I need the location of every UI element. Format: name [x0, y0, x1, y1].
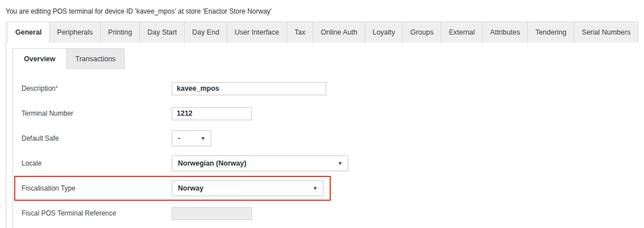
- sub-tab-bar: Overview Transactions: [13, 48, 125, 69]
- tab-external[interactable]: External: [441, 22, 483, 43]
- tab-printing[interactable]: Printing: [101, 22, 140, 43]
- tab-tax[interactable]: Tax: [287, 22, 313, 43]
- fiscal-pos-terminal-reference-label: Fiscal POS Terminal Reference: [22, 209, 172, 217]
- tab-online-auth[interactable]: Online Auth: [313, 22, 365, 43]
- fiscal-pos-terminal-reference-input: [172, 207, 252, 220]
- form-row-description: Description*: [22, 76, 644, 101]
- editing-banner-text: You are editing POS terminal for device …: [6, 7, 272, 15]
- description-label: Description*: [22, 85, 172, 92]
- tab-loyalty[interactable]: Loyalty: [365, 22, 403, 43]
- fiscalisation-highlight-box: Fiscalisation Type Norway ▼: [14, 176, 331, 201]
- editing-banner: You are editing POS terminal for device …: [0, 0, 644, 22]
- form-row-default-safe: Default Safe - ▼: [22, 126, 644, 151]
- form-row-fiscal-pos-terminal-reference: Fiscal POS Terminal Reference: [22, 201, 644, 226]
- chevron-down-icon: ▼: [313, 186, 318, 191]
- default-safe-select[interactable]: - ▼: [172, 130, 211, 146]
- tab-groups[interactable]: Groups: [403, 22, 441, 43]
- tab-user-interface[interactable]: User Interface: [227, 22, 287, 43]
- fiscalisation-type-label: Fiscalisation Type: [22, 184, 172, 192]
- form-row-locale: Locale Norwegian (Norway) ▼: [22, 151, 644, 176]
- default-safe-label: Default Safe: [22, 134, 172, 142]
- description-input[interactable]: [172, 82, 326, 95]
- form-row-fiscalisation-type: Fiscalisation Type Norway ▼: [22, 177, 330, 200]
- locale-label: Locale: [22, 159, 172, 167]
- fiscal-pos-terminal-reference-label-text: Fiscal POS Terminal Reference: [22, 209, 116, 217]
- description-label-text: Description: [22, 85, 56, 92]
- tab-day-end[interactable]: Day End: [185, 22, 227, 43]
- main-tab-bar: General Peripherals Printing Day Start D…: [7, 22, 638, 43]
- terminal-editor-panel: General Peripherals Printing Day Start D…: [6, 22, 644, 228]
- fiscalisation-type-label-text: Fiscalisation Type: [22, 184, 75, 192]
- terminal-number-label-text: Terminal Number: [22, 109, 73, 117]
- terminal-number-input[interactable]: [172, 107, 252, 120]
- locale-label-text: Locale: [22, 159, 41, 167]
- tab-attributes[interactable]: Attributes: [483, 22, 528, 43]
- fiscalisation-type-value: Norway: [178, 184, 203, 192]
- locale-value: Norwegian (Norway): [178, 159, 246, 167]
- required-marker: *: [56, 85, 58, 92]
- subtab-transactions[interactable]: Transactions: [67, 49, 125, 69]
- tab-tendering[interactable]: Tendering: [528, 22, 574, 43]
- general-tab-content: Overview Transactions Description* Termi…: [12, 48, 644, 228]
- tab-peripherals[interactable]: Peripherals: [50, 22, 101, 43]
- form-row-terminal-number: Terminal Number: [22, 101, 644, 126]
- chevron-down-icon: ▼: [338, 161, 343, 166]
- tab-serial-numbers[interactable]: Serial Numbers: [574, 22, 638, 43]
- default-safe-label-text: Default Safe: [22, 134, 59, 142]
- chevron-down-icon: ▼: [201, 136, 206, 141]
- overview-form: Description* Terminal Number Default Saf…: [13, 69, 644, 226]
- tab-general[interactable]: General: [7, 22, 50, 43]
- tab-day-start[interactable]: Day Start: [140, 22, 185, 43]
- locale-select[interactable]: Norwegian (Norway) ▼: [172, 155, 348, 171]
- terminal-number-label: Terminal Number: [22, 109, 172, 117]
- subtab-overview[interactable]: Overview: [13, 49, 67, 69]
- fiscalisation-type-select[interactable]: Norway ▼: [172, 180, 323, 196]
- default-safe-value: -: [178, 134, 180, 142]
